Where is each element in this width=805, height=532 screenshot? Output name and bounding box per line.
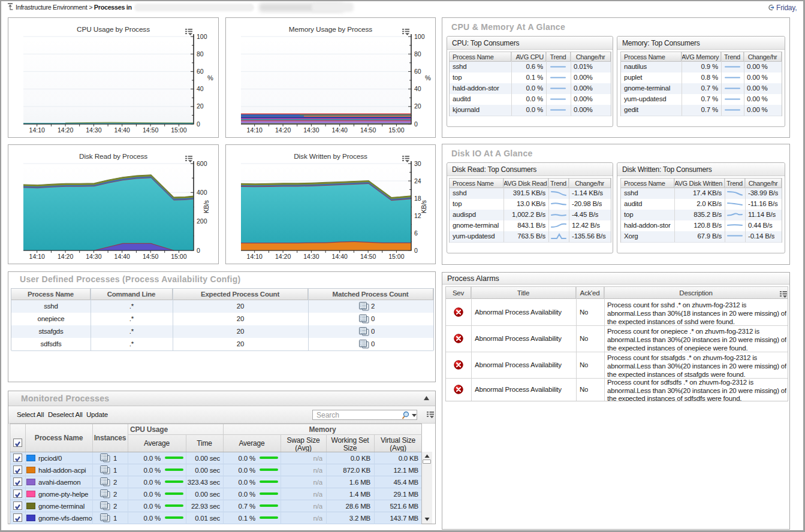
svg-text:60: 60 <box>197 68 204 75</box>
svg-text:14:50: 14:50 <box>360 126 376 134</box>
svg-text:0: 0 <box>414 247 418 254</box>
svg-text:%: % <box>207 74 213 81</box>
svg-text:14:40: 14:40 <box>114 126 130 134</box>
svg-text:KB/s: KB/s <box>203 200 210 213</box>
svg-text:400: 400 <box>197 189 207 196</box>
svg-text:14:20: 14:20 <box>275 126 291 134</box>
svg-text:15:00: 15:00 <box>388 126 404 134</box>
svg-text:14:40: 14:40 <box>332 253 348 260</box>
svg-text:14:30: 14:30 <box>86 253 101 260</box>
svg-text:0: 0 <box>197 247 200 254</box>
svg-text:60: 60 <box>414 68 421 75</box>
svg-text:15:00: 15:00 <box>171 126 186 134</box>
svg-text:14:30: 14:30 <box>303 253 319 260</box>
svg-text:14:30: 14:30 <box>86 126 101 134</box>
svg-text:100: 100 <box>197 33 207 40</box>
svg-text:14:50: 14:50 <box>360 253 376 260</box>
svg-text:14:30: 14:30 <box>303 126 319 134</box>
svg-text:0: 0 <box>197 120 200 128</box>
svg-text:40: 40 <box>414 85 421 92</box>
svg-text:600: 600 <box>197 160 207 167</box>
svg-text:KB/s: KB/s <box>420 200 427 213</box>
svg-text:14:40: 14:40 <box>114 253 130 260</box>
svg-text:20: 20 <box>414 102 421 110</box>
svg-text:14:20: 14:20 <box>58 253 73 260</box>
svg-text:15:00: 15:00 <box>388 253 404 260</box>
svg-text:14:50: 14:50 <box>143 126 158 134</box>
svg-text:30: 30 <box>414 160 421 167</box>
svg-text:200: 200 <box>197 217 207 225</box>
svg-text:14:20: 14:20 <box>275 253 291 260</box>
svg-text:20: 20 <box>197 102 204 110</box>
svg-text:14:40: 14:40 <box>332 126 348 134</box>
svg-text:15:00: 15:00 <box>171 253 186 260</box>
svg-text:14:10: 14:10 <box>29 253 45 260</box>
svg-text:14:10: 14:10 <box>247 126 263 134</box>
svg-text:80: 80 <box>414 50 421 58</box>
svg-text:14:10: 14:10 <box>29 126 45 134</box>
svg-text:100: 100 <box>414 33 425 40</box>
svg-text:6: 6 <box>414 229 418 237</box>
svg-text:14:10: 14:10 <box>247 253 263 260</box>
svg-text:40: 40 <box>197 85 204 92</box>
svg-text:%: % <box>425 74 431 81</box>
svg-text:80: 80 <box>197 50 204 58</box>
svg-text:24: 24 <box>414 177 421 185</box>
svg-text:0: 0 <box>414 120 418 128</box>
svg-text:14:20: 14:20 <box>58 126 73 134</box>
svg-text:14:50: 14:50 <box>143 253 158 260</box>
